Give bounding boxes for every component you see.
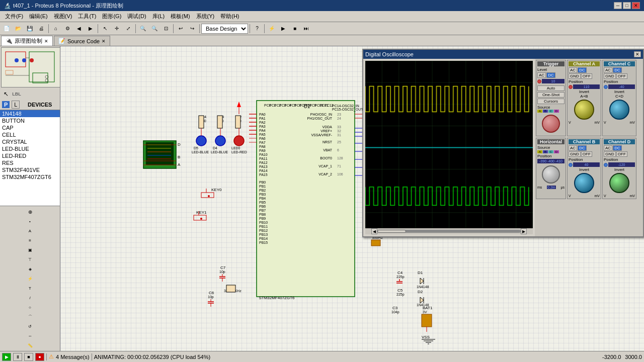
ch-a-knob[interactable] bbox=[574, 100, 594, 120]
p-button[interactable]: P bbox=[2, 101, 10, 108]
device-1n4148[interactable]: 1N4148 bbox=[0, 110, 60, 117]
zoom-in-button[interactable]: 🔍 bbox=[137, 23, 148, 34]
tab-schematic-close[interactable]: ✕ bbox=[44, 39, 48, 44]
device-res[interactable]: RES bbox=[0, 159, 60, 166]
ch-b-ac[interactable]: AC bbox=[569, 145, 577, 151]
ch-b-gnd[interactable]: GND bbox=[569, 151, 581, 157]
menu-tools[interactable]: 工具(T) bbox=[75, 12, 99, 21]
close-button[interactable]: ✕ bbox=[632, 2, 640, 9]
arc-tool[interactable]: ⌒ bbox=[25, 312, 35, 321]
source-a[interactable]: A bbox=[537, 110, 542, 113]
oscilloscope-scrollbar[interactable]: ◀ ▶ bbox=[365, 228, 533, 234]
line-tool[interactable]: / bbox=[25, 293, 35, 302]
trigger-knob[interactable] bbox=[542, 115, 560, 133]
cursors-button[interactable]: Cursors bbox=[537, 99, 565, 104]
l-button[interactable]: L bbox=[12, 101, 20, 109]
measure-tool[interactable]: 📏 bbox=[25, 341, 35, 350]
stop-button[interactable]: ■ bbox=[289, 23, 300, 34]
record-button[interactable]: ● bbox=[35, 353, 44, 361]
redo-button[interactable]: ↪ bbox=[187, 23, 198, 34]
horiz-src-c[interactable]: C bbox=[548, 150, 553, 153]
canvas-area[interactable]: U1 PA0 PA1 PA2 PA3 PA4 PA5 PA6 PA7 PA8 P… bbox=[60, 46, 644, 351]
source-d[interactable]: D bbox=[554, 110, 559, 113]
tab-source[interactable]: 📝 Source Code ✕ bbox=[54, 36, 110, 46]
device-crystal[interactable]: CRYSTAL bbox=[0, 138, 60, 145]
ch-c-off[interactable]: OFF bbox=[616, 73, 627, 79]
menu-system[interactable]: 系统(Y) bbox=[193, 12, 218, 21]
forward-button[interactable]: ▶ bbox=[85, 23, 96, 34]
rotate-tool[interactable]: ↺ bbox=[25, 322, 35, 331]
run-button[interactable]: ▶ bbox=[278, 23, 289, 34]
tab-schematic[interactable]: 🔌 原理图绘制 ✕ bbox=[1, 36, 53, 46]
horiz-src-a[interactable]: A bbox=[537, 150, 542, 153]
device-stm32f401ve[interactable]: STM32F401VE bbox=[0, 166, 60, 173]
stop-button[interactable]: ■ bbox=[24, 353, 33, 361]
new-button[interactable]: 📄 bbox=[1, 23, 12, 34]
settings-button[interactable]: ⚙ bbox=[62, 23, 73, 34]
device-led-red[interactable]: LED-RED bbox=[0, 152, 60, 159]
ch-c-dc[interactable]: DC bbox=[613, 67, 622, 73]
move-button[interactable]: ⤢ bbox=[123, 23, 134, 34]
ch-c-knob[interactable] bbox=[609, 100, 629, 120]
print-button[interactable]: 🖨 bbox=[36, 23, 47, 34]
undo-button[interactable]: ↩ bbox=[175, 23, 186, 34]
zoom-out-button[interactable]: 🔍 bbox=[149, 23, 160, 34]
ac-button[interactable]: AC bbox=[537, 72, 546, 78]
dc-button[interactable]: DC bbox=[546, 72, 555, 78]
help-button[interactable]: ? bbox=[252, 23, 263, 34]
horizontal-knob[interactable] bbox=[542, 165, 560, 184]
ch-c-ac[interactable]: AC bbox=[604, 67, 612, 73]
ch-d-invert[interactable]: Invert bbox=[604, 167, 635, 172]
component-tool[interactable]: ⊕ bbox=[25, 207, 35, 216]
minimize-button[interactable]: ─ bbox=[614, 2, 622, 9]
zoom-fit-button[interactable]: ⊡ bbox=[160, 23, 172, 34]
ch-d-knob[interactable] bbox=[609, 173, 629, 193]
device-stm32mf407zgt6[interactable]: STM32MF407ZGT6 bbox=[0, 173, 60, 180]
wire-label-tool[interactable]: A bbox=[25, 226, 35, 235]
oneshot-button[interactable]: One-Shot bbox=[537, 92, 565, 98]
junction-tool[interactable]: • bbox=[25, 217, 35, 226]
ch-d-off[interactable]: OFF bbox=[616, 151, 627, 157]
ch-b-knob[interactable] bbox=[574, 173, 594, 193]
source-c[interactable]: C bbox=[548, 110, 553, 113]
open-button[interactable]: 📂 bbox=[13, 23, 24, 34]
menu-library[interactable]: 库(L) bbox=[149, 12, 168, 21]
ch-d-gnd[interactable]: GND bbox=[604, 151, 616, 157]
pause-button[interactable]: ⏸ bbox=[13, 353, 22, 361]
mirror-tool[interactable]: ↔ bbox=[25, 331, 35, 340]
schematic-canvas[interactable]: U1 PA0 PA1 PA2 PA3 PA4 PA5 PA6 PA7 PA8 P… bbox=[60, 46, 644, 351]
pointer-tool[interactable]: ↖ bbox=[1, 89, 11, 99]
menu-graph[interactable]: 图形(G) bbox=[99, 12, 124, 21]
scroll-thumb[interactable] bbox=[377, 230, 406, 233]
bus-tool[interactable]: ≡ bbox=[25, 236, 35, 245]
mode-dropdown[interactable]: Base Design bbox=[201, 24, 248, 34]
ch-b-off[interactable]: OFF bbox=[581, 151, 592, 157]
ch-c-plus-d[interactable]: C+D bbox=[604, 94, 635, 99]
menu-help[interactable]: 帮助(H) bbox=[217, 12, 242, 21]
horiz-src-d[interactable]: D bbox=[554, 150, 559, 153]
device-cell[interactable]: CELL bbox=[0, 131, 60, 138]
menu-edit[interactable]: 编辑(E) bbox=[26, 12, 51, 21]
device-led-blue[interactable]: LED-BLUE bbox=[0, 145, 60, 152]
ch-d-ac[interactable]: AC bbox=[604, 145, 612, 151]
ch-a-plus-b[interactable]: A+B bbox=[569, 94, 600, 99]
ch-b-invert[interactable]: Invert bbox=[569, 167, 600, 172]
auto-button[interactable]: Auto bbox=[537, 85, 565, 91]
menu-view[interactable]: 视图(V) bbox=[51, 12, 75, 21]
menu-debug[interactable]: 调试(D) bbox=[124, 12, 149, 21]
port-tool[interactable]: ◈ bbox=[25, 264, 35, 274]
ch-c-invert[interactable]: Invert bbox=[604, 89, 635, 94]
ch-a-invert[interactable]: Invert bbox=[569, 89, 600, 94]
save-button[interactable]: 💾 bbox=[24, 23, 35, 34]
lbl-btn[interactable]: LBL bbox=[12, 89, 22, 99]
ch-a-dc[interactable]: DC bbox=[578, 67, 587, 73]
menu-template[interactable]: 模板(M) bbox=[168, 12, 193, 21]
oscilloscope-close-button[interactable]: ✕ bbox=[634, 51, 641, 57]
source-b[interactable]: B bbox=[543, 110, 548, 113]
tab-source-close[interactable]: ✕ bbox=[102, 39, 106, 44]
scroll-right-button[interactable]: ▶ bbox=[521, 228, 527, 234]
home-button[interactable]: ⌂ bbox=[50, 23, 61, 34]
device-cap[interactable]: CAP bbox=[0, 124, 60, 131]
subcircuit-tool[interactable]: ▣ bbox=[25, 245, 35, 254]
menu-file[interactable]: 文件(F) bbox=[2, 12, 26, 21]
